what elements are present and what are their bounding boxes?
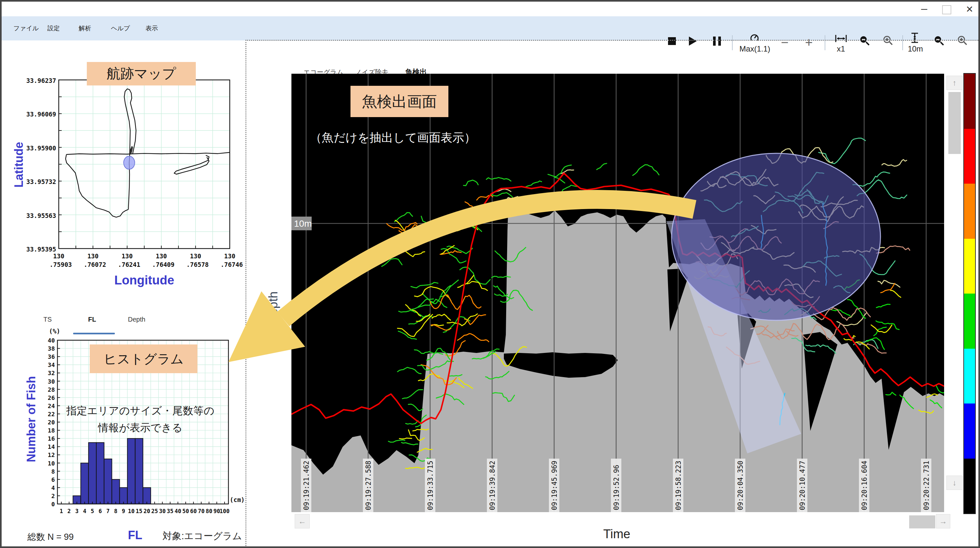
- close-button[interactable]: ✕: [963, 3, 977, 16]
- svg-text:09:19:33.715: 09:19:33.715: [426, 461, 434, 510]
- maximize-button[interactable]: [942, 5, 951, 14]
- svg-text:09:20:10.477: 09:20:10.477: [799, 461, 807, 510]
- toolbar-separator: [732, 35, 733, 50]
- horizontal-scroll-thumb[interactable]: [909, 515, 935, 529]
- gain-label: Max(1.1): [735, 44, 775, 54]
- menu-view[interactable]: 表示: [146, 16, 158, 40]
- zoom-in-x-icon[interactable]: [883, 35, 894, 46]
- svg-text:12: 12: [48, 451, 55, 458]
- zoom-out-depth-icon[interactable]: [934, 35, 945, 46]
- colorbar-segment: [964, 403, 975, 459]
- svg-text:09:19:52.96: 09:19:52.96: [612, 465, 620, 510]
- hist-target-label: 対象:エコーグラム: [162, 530, 242, 543]
- hist-bar: [96, 443, 104, 504]
- svg-text:6: 6: [99, 508, 102, 515]
- title-bar: – ✕: [2, 2, 978, 16]
- svg-text:38: 38: [48, 345, 55, 352]
- gain-minus-button[interactable]: −: [781, 35, 788, 50]
- hist-total-count: 総数 N = 99: [27, 531, 74, 543]
- fish-detection-subtitle: （魚だけを抽出して画面表示）: [310, 130, 506, 146]
- svg-text:.76746: .76746: [221, 261, 243, 268]
- stop-button[interactable]: [668, 37, 676, 45]
- svg-text:25: 25: [151, 508, 158, 515]
- scroll-left-button[interactable]: ←: [295, 514, 310, 529]
- scale-label: x1: [833, 44, 849, 54]
- svg-text:130: 130: [190, 253, 201, 260]
- horizontal-scale-icon[interactable]: [834, 34, 848, 43]
- svg-text:8: 8: [114, 508, 118, 515]
- svg-text:7: 7: [107, 508, 110, 515]
- zoom-in-depth-icon[interactable]: [957, 35, 968, 46]
- svg-text:20: 20: [143, 508, 150, 515]
- pause-button[interactable]: [713, 37, 722, 46]
- colorbar-segment: [964, 184, 975, 239]
- toolbar-separator: [902, 35, 903, 50]
- svg-text:32: 32: [48, 370, 55, 376]
- svg-text:40: 40: [48, 337, 55, 344]
- svg-text:130: 130: [156, 253, 167, 260]
- range-label: 10m: [905, 44, 926, 54]
- svg-text:33.96069: 33.96069: [26, 111, 56, 118]
- svg-text:1: 1: [60, 508, 63, 515]
- svg-text:50: 50: [183, 508, 189, 515]
- hist-note-line2: 情報が表示できる: [59, 421, 222, 435]
- map-ylabel: Latitude: [12, 132, 25, 197]
- svg-text:30: 30: [48, 378, 55, 385]
- svg-text:33.96237: 33.96237: [26, 77, 56, 84]
- menu-analysis[interactable]: 解析: [79, 16, 91, 40]
- scroll-right-button[interactable]: →: [936, 514, 950, 529]
- svg-text:70: 70: [198, 508, 204, 515]
- svg-text:0: 0: [51, 501, 55, 508]
- svg-text:10: 10: [48, 460, 55, 467]
- minimize-button[interactable]: –: [917, 2, 931, 16]
- hist-bar: [112, 480, 120, 504]
- svg-text:100: 100: [220, 508, 230, 515]
- menu-file[interactable]: ファイル: [13, 16, 39, 40]
- svg-text:15: 15: [136, 508, 142, 515]
- svg-text:28: 28: [48, 386, 55, 393]
- svg-text:40: 40: [175, 508, 181, 515]
- panel-divider-horizontal: [245, 40, 978, 41]
- current-position-marker: [124, 156, 135, 169]
- fish-school-selection-ellipse[interactable]: [671, 153, 880, 320]
- menu-settings[interactable]: 設定: [47, 16, 60, 40]
- hist-bar: [88, 443, 96, 504]
- fish-detection-callout: 魚検出画面: [350, 86, 449, 117]
- pause-bar: [718, 37, 721, 46]
- hist-ylabel: Number of Fish: [24, 370, 38, 468]
- intensity-colorbar: [963, 73, 976, 514]
- gauge-icon[interactable]: [749, 33, 759, 43]
- svg-text:130: 130: [53, 253, 64, 260]
- svg-text:2: 2: [51, 492, 55, 499]
- colorbar-segment: [964, 459, 975, 514]
- svg-text:09:19:58.223: 09:19:58.223: [675, 461, 682, 510]
- scroll-down-button[interactable]: ↓: [947, 476, 963, 490]
- map-title-callout: 航跡マップ: [87, 62, 196, 86]
- menu-help[interactable]: ヘルプ: [111, 16, 130, 40]
- svg-text:33.95395: 33.95395: [26, 246, 56, 253]
- play-button[interactable]: [689, 37, 697, 46]
- depth-range-icon[interactable]: [910, 32, 919, 44]
- svg-text:09:19:21.462: 09:19:21.462: [302, 461, 310, 510]
- svg-text:.76409: .76409: [152, 261, 175, 268]
- svg-text:3: 3: [75, 508, 78, 515]
- svg-text:.76241: .76241: [118, 261, 140, 268]
- svg-text:33.95900: 33.95900: [26, 145, 56, 152]
- svg-text:35: 35: [167, 508, 173, 515]
- zoom-out-x-icon[interactable]: [859, 35, 870, 46]
- vertical-scroll-thumb[interactable]: [948, 92, 961, 154]
- svg-text:09:20:04.350: 09:20:04.350: [737, 461, 745, 510]
- echogram-ylabel: Depth: [266, 275, 279, 340]
- hist-bar: [81, 463, 88, 504]
- svg-text:130: 130: [121, 253, 132, 260]
- hist-mode-label: FL: [128, 529, 142, 542]
- colorbar-segment: [964, 239, 975, 294]
- svg-text:130: 130: [88, 253, 99, 260]
- svg-text:90: 90: [213, 508, 220, 515]
- svg-text:34: 34: [48, 361, 55, 368]
- gain-plus-button[interactable]: +: [805, 35, 813, 50]
- scroll-up-button[interactable]: ↑: [947, 76, 963, 90]
- svg-text:130: 130: [224, 253, 235, 260]
- svg-text:(%): (%): [49, 327, 60, 335]
- svg-text:09:20:16.604: 09:20:16.604: [861, 461, 869, 510]
